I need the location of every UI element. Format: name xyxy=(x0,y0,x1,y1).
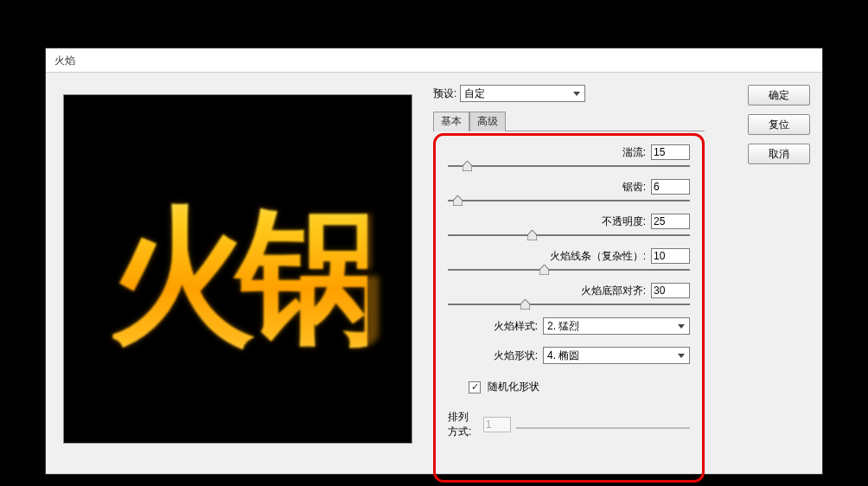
arrangement-label: 排列方式: xyxy=(448,410,478,439)
jag-track[interactable] xyxy=(448,200,690,201)
dialog-buttons: 确定 复位 取消 xyxy=(748,85,810,164)
opacity-thumb[interactable] xyxy=(527,230,537,240)
bottom-align-thumb[interactable] xyxy=(520,299,530,310)
shape-value: 4. 椭圆 xyxy=(547,349,579,361)
slider-bottom-align: 火焰底部对齐: 30 xyxy=(448,283,690,305)
preview-text: 火锅 xyxy=(108,179,367,377)
reset-button[interactable]: 复位 xyxy=(748,114,810,135)
turbulence-thumb[interactable] xyxy=(463,161,472,171)
randomize-label: 随机化形状 xyxy=(488,380,539,394)
slider-opacity: 不透明度: 25 xyxy=(448,214,690,236)
svg-marker-1 xyxy=(453,195,463,206)
opacity-input[interactable]: 25 xyxy=(651,214,690,229)
shape-select[interactable]: 4. 椭圆 xyxy=(543,347,690,364)
slider-complexity: 火焰线条（复杂性）: 10 xyxy=(448,248,690,271)
style-select[interactable]: 2. 猛烈 xyxy=(543,317,690,335)
preset-row: 预设: 自定 xyxy=(433,85,705,102)
bottom-align-track[interactable] xyxy=(448,304,690,305)
arrangement-track xyxy=(516,427,690,429)
flame-dialog: 火焰 火锅 预设: 自定 基本 高级 湍流: 15 xyxy=(45,48,823,475)
turbulence-track[interactable] xyxy=(448,165,690,167)
svg-marker-4 xyxy=(520,299,530,310)
tab-advanced[interactable]: 高级 xyxy=(469,112,506,131)
controls-column: 预设: 自定 基本 高级 湍流: 15 xyxy=(433,85,705,483)
preset-label: 预设: xyxy=(433,86,456,101)
complexity-label: 火焰线条（复杂性）: xyxy=(550,249,646,264)
combo-shape: 火焰形状: 4. 椭圆 xyxy=(448,347,690,364)
randomize-checkbox[interactable]: ✓ xyxy=(469,381,481,393)
ok-button[interactable]: 确定 xyxy=(748,85,810,106)
bottom-align-label: 火焰底部对齐: xyxy=(581,284,646,298)
randomize-row: ✓ 随机化形状 xyxy=(469,380,690,394)
complexity-track[interactable] xyxy=(448,269,690,271)
opacity-label: 不透明度: xyxy=(602,214,646,229)
svg-marker-0 xyxy=(463,161,472,171)
turbulence-label: 湍流: xyxy=(622,145,646,160)
tabs: 基本 高级 xyxy=(433,111,705,131)
slider-turbulence: 湍流: 15 xyxy=(448,144,690,167)
jag-thumb[interactable] xyxy=(453,195,463,206)
preset-select[interactable]: 自定 xyxy=(460,85,585,102)
complexity-input[interactable]: 10 xyxy=(651,248,690,264)
combo-style: 火焰样式: 2. 猛烈 xyxy=(448,317,690,335)
style-value: 2. 猛烈 xyxy=(547,320,579,332)
cancel-button[interactable]: 取消 xyxy=(748,144,810,164)
jag-label: 锯齿: xyxy=(622,180,646,195)
bottom-align-input[interactable]: 30 xyxy=(651,283,690,298)
svg-marker-2 xyxy=(527,230,537,240)
preset-value: 自定 xyxy=(464,87,485,99)
advanced-panel: 湍流: 15 锯齿: 6 xyxy=(433,133,705,483)
complexity-thumb[interactable] xyxy=(539,265,549,275)
tab-basic[interactable]: 基本 xyxy=(433,112,469,131)
dialog-title: 火焰 xyxy=(46,48,822,73)
arrangement-input: 1 xyxy=(483,417,511,432)
shape-label: 火焰形状: xyxy=(494,349,538,363)
turbulence-input[interactable]: 15 xyxy=(651,144,690,160)
style-label: 火焰样式: xyxy=(494,319,538,334)
arrangement-row: 排列方式: 1 xyxy=(448,410,690,441)
dialog-content: 火锅 预设: 自定 基本 高级 湍流: 15 xyxy=(46,73,822,474)
preview-pane: 火锅 xyxy=(63,94,412,444)
opacity-track[interactable] xyxy=(448,234,690,236)
svg-marker-3 xyxy=(539,265,549,275)
jag-input[interactable]: 6 xyxy=(651,179,690,195)
slider-jag: 锯齿: 6 xyxy=(448,179,690,201)
